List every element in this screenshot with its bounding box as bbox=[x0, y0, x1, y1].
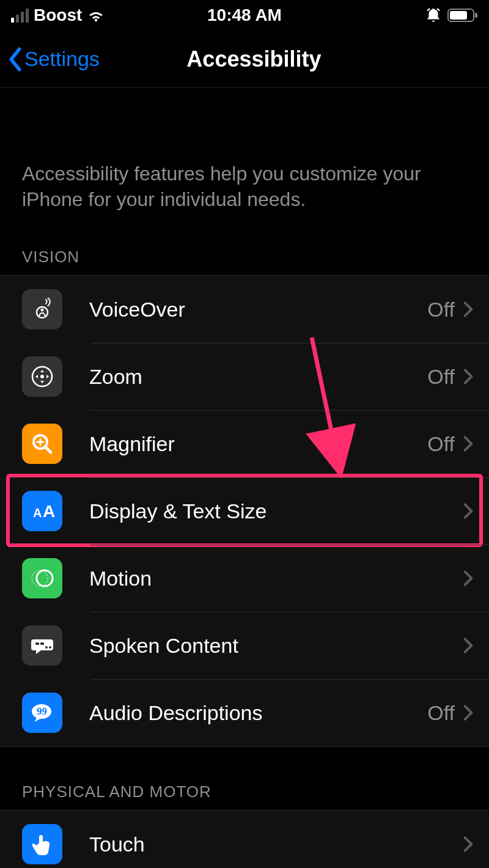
magnifier-icon bbox=[22, 424, 62, 464]
row-value: Off bbox=[427, 432, 455, 456]
row-label: Zoom bbox=[89, 365, 427, 389]
chevron-right-icon bbox=[463, 502, 473, 520]
voiceover-icon bbox=[22, 289, 62, 329]
spoken-content-icon bbox=[22, 625, 62, 666]
zoom-icon bbox=[22, 356, 62, 397]
row-spoken-content[interactable]: Spoken Content bbox=[0, 612, 489, 679]
status-bar: Boost 10:48 AM bbox=[0, 0, 489, 31]
battery-icon bbox=[447, 8, 478, 23]
row-audio-descriptions[interactable]: 99 Audio Descriptions Off bbox=[0, 679, 489, 746]
row-label: Audio Descriptions bbox=[89, 701, 427, 725]
row-value: Off bbox=[427, 701, 455, 725]
nav-bar: Settings Accessibility bbox=[0, 31, 489, 88]
chevron-right-icon bbox=[463, 301, 473, 318]
svg-point-6 bbox=[40, 375, 44, 378]
svg-rect-2 bbox=[475, 13, 477, 18]
row-zoom[interactable]: Zoom Off bbox=[0, 343, 489, 410]
svg-rect-1 bbox=[450, 11, 467, 20]
row-label: VoiceOver bbox=[89, 298, 427, 322]
svg-text:99: 99 bbox=[37, 705, 47, 717]
row-label: Motion bbox=[89, 567, 463, 590]
row-display-text-size[interactable]: AA Display & Text Size bbox=[0, 477, 489, 545]
audio-descriptions-icon: 99 bbox=[22, 693, 62, 733]
signal-bars-icon bbox=[11, 9, 29, 23]
svg-point-10 bbox=[37, 570, 53, 586]
row-label: Magnifier bbox=[89, 432, 427, 456]
section-header-vision: VISION bbox=[0, 212, 489, 275]
row-magnifier[interactable]: Magnifier Off bbox=[0, 410, 489, 477]
motion-icon bbox=[22, 558, 62, 598]
svg-point-15 bbox=[49, 646, 51, 649]
physical-list: Touch bbox=[0, 810, 489, 868]
chevron-left-icon bbox=[7, 47, 23, 72]
intro-text: Accessibility features help you customiz… bbox=[0, 88, 489, 212]
row-voiceover[interactable]: VoiceOver Off bbox=[0, 276, 489, 343]
chevron-right-icon bbox=[463, 836, 473, 853]
row-motion[interactable]: Motion bbox=[0, 545, 489, 612]
content[interactable]: Accessibility features help you customiz… bbox=[0, 88, 489, 868]
row-touch[interactable]: Touch bbox=[0, 811, 489, 868]
carrier-label: Boost bbox=[34, 6, 82, 25]
row-value: Off bbox=[427, 298, 455, 322]
chevron-right-icon bbox=[463, 637, 473, 654]
wifi-icon bbox=[87, 8, 105, 23]
section-header-physical: PHYSICAL AND MOTOR bbox=[0, 747, 489, 810]
text-size-icon: AA bbox=[22, 491, 62, 531]
svg-point-4 bbox=[41, 309, 44, 312]
row-value: Off bbox=[427, 365, 455, 389]
chevron-right-icon bbox=[463, 704, 473, 721]
touch-icon bbox=[22, 824, 62, 864]
svg-text:A: A bbox=[33, 506, 42, 520]
row-label: Display & Text Size bbox=[89, 499, 463, 523]
svg-rect-12 bbox=[35, 642, 39, 645]
vision-list: VoiceOver Off Zoom Off Magnifier Off AA … bbox=[0, 275, 489, 747]
status-time: 10:48 AM bbox=[167, 6, 323, 25]
chevron-right-icon bbox=[463, 435, 473, 452]
page-title: Accessibility bbox=[26, 46, 482, 72]
svg-point-14 bbox=[45, 646, 48, 649]
chevron-right-icon bbox=[463, 570, 473, 587]
chevron-right-icon bbox=[463, 368, 473, 385]
svg-rect-13 bbox=[40, 642, 44, 645]
row-label: Spoken Content bbox=[89, 634, 463, 658]
svg-text:A: A bbox=[43, 502, 55, 521]
alarm-icon bbox=[425, 7, 441, 23]
row-label: Touch bbox=[89, 833, 463, 856]
